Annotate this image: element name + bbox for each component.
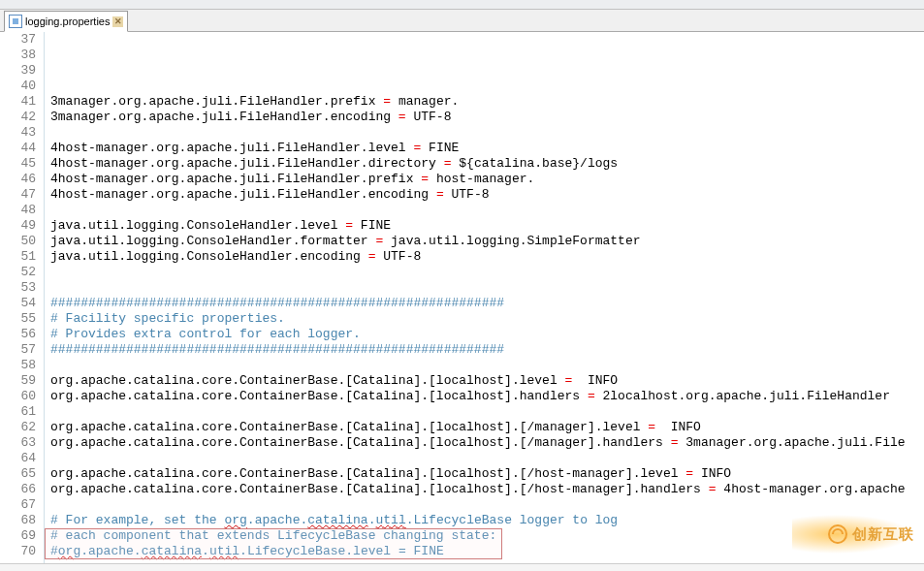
- code-line: # For example, set the org.apache.catali…: [50, 513, 924, 528]
- toolbar-strip: [0, 0, 924, 10]
- line-number: 63: [0, 435, 36, 451]
- code-line: org.apache.catalina.core.ContainerBase.[…: [50, 435, 924, 451]
- line-number: 45: [0, 156, 36, 172]
- line-number: 48: [0, 203, 36, 218]
- line-number: 58: [0, 358, 36, 373]
- tab-close-icon[interactable]: ✕: [112, 16, 123, 27]
- code-line: org.apache.catalina.core.ContainerBase.[…: [50, 420, 924, 435]
- line-number: 61: [0, 404, 36, 420]
- line-number: 62: [0, 420, 36, 435]
- editor-tab-bar: logging.properties ✕: [0, 10, 924, 32]
- line-number: 59: [0, 373, 36, 389]
- code-line: 4host-manager.org.apache.juli.FileHandle…: [50, 172, 924, 187]
- tab-logging-properties[interactable]: logging.properties ✕: [4, 11, 128, 32]
- code-line: ########################################…: [50, 342, 924, 358]
- code-line: 3manager.org.apache.juli.FileHandler.pre…: [50, 94, 924, 110]
- code-line: java.util.logging.ConsoleHandler.level =…: [50, 218, 924, 234]
- code-line: # each component that extends LifecycleB…: [50, 528, 924, 544]
- line-number: 42: [0, 110, 36, 125]
- line-number: 69: [0, 528, 36, 544]
- line-number: 55: [0, 311, 36, 327]
- properties-file-icon: [9, 15, 22, 28]
- code-line: [50, 497, 924, 513]
- code-line: [50, 280, 924, 296]
- line-number: 60: [0, 389, 36, 404]
- code-line: 4host-manager.org.apache.juli.FileHandle…: [50, 156, 924, 172]
- code-line: [50, 203, 924, 218]
- code-line: [50, 125, 924, 141]
- code-line: java.util.logging.ConsoleHandler.encodin…: [50, 249, 924, 265]
- code-line: org.apache.catalina.core.ContainerBase.[…: [50, 482, 924, 497]
- code-line: # Facility specific properties.: [50, 311, 924, 327]
- code-line: [50, 265, 924, 280]
- line-number: 57: [0, 342, 36, 358]
- code-line: [50, 404, 924, 420]
- line-number: 50: [0, 234, 36, 249]
- code-line: ########################################…: [50, 296, 924, 311]
- code-line: [50, 451, 924, 466]
- line-number: 54: [0, 296, 36, 311]
- line-number: 51: [0, 249, 36, 265]
- horizontal-scrollbar[interactable]: [0, 563, 924, 571]
- line-number: 49: [0, 218, 36, 234]
- line-number: 67: [0, 497, 36, 513]
- line-number: 44: [0, 141, 36, 156]
- line-number: 39: [0, 63, 36, 79]
- code-line: org.apache.catalina.core.ContainerBase.[…: [50, 389, 924, 404]
- line-number: 37: [0, 32, 36, 48]
- code-line: # Provides extra control for each logger…: [50, 327, 924, 342]
- line-number: 52: [0, 265, 36, 280]
- line-number: 66: [0, 482, 36, 497]
- line-number: 46: [0, 172, 36, 187]
- line-number: 68: [0, 513, 36, 528]
- code-line: [50, 358, 924, 373]
- code-editor[interactable]: 3738394041424344454647484950515253545556…: [0, 32, 924, 563]
- line-number: 40: [0, 79, 36, 94]
- code-line: #org.apache.catalina.util.LifecycleBase.…: [50, 544, 924, 559]
- line-number: 38: [0, 48, 36, 63]
- line-number: 64: [0, 451, 36, 466]
- code-line: 3manager.org.apache.juli.FileHandler.enc…: [50, 110, 924, 125]
- tab-label: logging.properties: [25, 16, 110, 27]
- line-number: 56: [0, 327, 36, 342]
- line-number: 43: [0, 125, 36, 141]
- code-content[interactable]: 3manager.org.apache.juli.FileHandler.pre…: [45, 32, 924, 563]
- line-number: 65: [0, 466, 36, 482]
- code-line: org.apache.catalina.core.ContainerBase.[…: [50, 373, 924, 389]
- code-line: 4host-manager.org.apache.juli.FileHandle…: [50, 187, 924, 203]
- code-line: 4host-manager.org.apache.juli.FileHandle…: [50, 141, 924, 156]
- line-number: 41: [0, 94, 36, 110]
- code-line: java.util.logging.ConsoleHandler.formatt…: [50, 234, 924, 249]
- code-line: [50, 559, 924, 563]
- code-line: org.apache.catalina.core.ContainerBase.[…: [50, 466, 924, 482]
- line-number-gutter: 3738394041424344454647484950515253545556…: [0, 32, 45, 563]
- line-number: 70: [0, 544, 36, 559]
- line-number: 53: [0, 280, 36, 296]
- line-number: 47: [0, 187, 36, 203]
